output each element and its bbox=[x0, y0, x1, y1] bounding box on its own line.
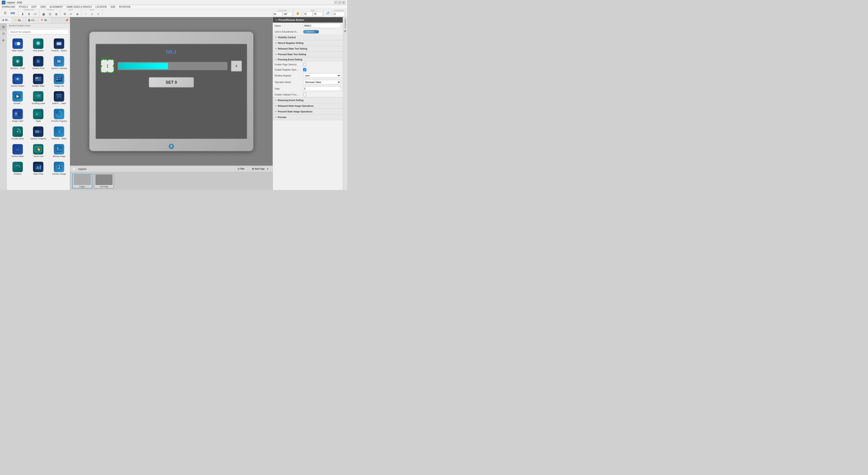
menu-edit[interactable]: EDIT bbox=[31, 6, 37, 8]
edge-tab-iot[interactable]: ⊡ bbox=[0, 30, 7, 37]
page-thumb-page1[interactable]: Page1 bbox=[72, 174, 92, 188]
widget-item-16[interactable]: Generic Progress bbox=[29, 125, 49, 142]
widget-item-21[interactable]: Rotation bbox=[8, 160, 28, 177]
section-pressing-event-header[interactable]: — Pressing Event Setting bbox=[273, 57, 343, 62]
menu-zoom[interactable]: 100% bbox=[40, 6, 46, 8]
plus-button[interactable]: + bbox=[231, 61, 242, 71]
selection-handle-tm[interactable] bbox=[107, 59, 108, 61]
menu-xtools[interactable]: XTOOLS bbox=[19, 6, 28, 8]
toolbar-link-btn[interactable]: 🔗 bbox=[325, 10, 331, 16]
enable-callback-checkbox[interactable] bbox=[303, 93, 306, 96]
sidebar-tab-wi[interactable]: 📍 Wi... bbox=[38, 17, 51, 23]
widget-item-8[interactable]: Image List bbox=[49, 72, 69, 89]
selection-handle-lm[interactable] bbox=[101, 65, 102, 67]
widget-item-20[interactable]: Bitmap Image bbox=[49, 143, 69, 159]
section-preview-header[interactable]: ＋ Preview bbox=[273, 115, 343, 120]
selection-handle-tl[interactable] bbox=[101, 59, 102, 61]
widget-item-1[interactable]: Click Button bbox=[29, 37, 49, 54]
enable-page-selector-checkbox[interactable] bbox=[303, 63, 306, 66]
selection-handle-bm[interactable] bbox=[107, 71, 108, 73]
toolbar-y-input[interactable] bbox=[283, 12, 292, 16]
toolbar-download-btn[interactable]: ⬇ bbox=[20, 11, 26, 17]
properties-adjust-icon[interactable]: ⚙ bbox=[344, 30, 346, 33]
set-button[interactable]: SET 0 bbox=[149, 77, 194, 88]
section-releasing-event-header[interactable]: ＋ Releasing Event Setting bbox=[273, 97, 343, 103]
toolbar-x-input[interactable] bbox=[273, 12, 282, 16]
maximize-button[interactable]: □ bbox=[338, 1, 341, 4]
edge-tab-system[interactable]: ⚙ bbox=[0, 37, 7, 44]
section-stencil-header[interactable]: ＋ Stencil Negative Setting bbox=[273, 40, 343, 46]
minimize-button[interactable]: ─ bbox=[334, 1, 337, 4]
filter-button[interactable]: ⊡ Filter bbox=[235, 167, 247, 171]
toolbar-xtools-3-btn[interactable]: ⊞ bbox=[53, 11, 59, 17]
section-visibility-header[interactable]: ＋ Visibility Control bbox=[273, 35, 343, 40]
toolbar-w-input[interactable] bbox=[303, 12, 313, 16]
widget-item-6[interactable]: Generic Button bbox=[8, 72, 28, 89]
menu-rotation[interactable]: ROTATION bbox=[119, 6, 130, 8]
sidebar-tab-cli[interactable]: 🖼 Cli... bbox=[26, 17, 38, 23]
toolbar-h-input[interactable] bbox=[313, 12, 322, 16]
search-input[interactable] bbox=[8, 29, 68, 35]
widget-item-13[interactable]: 8Digits bbox=[29, 107, 49, 124]
selection-handle-rm[interactable] bbox=[113, 65, 114, 67]
toolbar-rotation-input[interactable] bbox=[333, 12, 345, 16]
widget-item-3[interactable]: Moment... Push bbox=[8, 55, 28, 71]
widget-item-17[interactable]: Horizont... Slider bbox=[49, 125, 69, 142]
widget-item-5[interactable]: Generic Latching bbox=[49, 55, 69, 71]
edge-tab-standard[interactable]: ⊞ bbox=[0, 24, 7, 30]
toolbar-paste-btn[interactable]: ⊕ bbox=[74, 11, 80, 17]
widget-item-12[interactable]: Image Label bbox=[8, 107, 28, 124]
toolbar-cut-btn[interactable]: ✂ bbox=[68, 11, 74, 17]
menu-size[interactable]: SIZE bbox=[110, 6, 115, 8]
widget-item-15[interactable]: Circular Meter bbox=[8, 125, 28, 142]
toolbar-upload-btn[interactable]: ⬆ bbox=[26, 11, 32, 17]
toolbar-code-btn[interactable]: </> bbox=[32, 11, 38, 17]
selected-widget[interactable]: 75 X 75 ⤡ bbox=[101, 59, 114, 72]
menu-location[interactable]: LOCATION bbox=[95, 6, 107, 8]
section-pressed-image-header[interactable]: ＋ Pressed State Image Operations bbox=[273, 109, 343, 114]
data-input[interactable] bbox=[303, 86, 341, 91]
toolbar-lock-btn[interactable]: 🔒 bbox=[295, 10, 301, 16]
widget-item-14[interactable]: Circular Progress bbox=[49, 107, 69, 124]
toolbar-xtools-1-btn[interactable]: ▦ bbox=[41, 11, 46, 17]
section-pressed-text-header[interactable]: ＋ Pressed State Text Setting bbox=[273, 52, 343, 57]
widget-item-11[interactable]: 12:34Date/Ti... Label bbox=[49, 90, 69, 106]
sidebar-tab-my[interactable]: 📁 My ... bbox=[12, 17, 26, 23]
name-input[interactable] bbox=[303, 24, 341, 28]
selection-handle-tr[interactable] bbox=[113, 59, 114, 61]
toolbar-xtools-2-btn[interactable]: ⊡ bbox=[47, 11, 53, 17]
device-screen[interactable]: IVL1 75 X 75 ⤡ bbox=[96, 44, 247, 139]
connect-button[interactable]: Connect... bbox=[303, 30, 319, 33]
selection-handle-br[interactable] bbox=[113, 71, 114, 73]
toolbar-zoom-out-btn[interactable]: － bbox=[83, 11, 89, 17]
menu-alignment[interactable]: ALIGNMENT bbox=[50, 6, 63, 8]
add-page-button[interactable]: ➕ Add Page... ▾ bbox=[250, 167, 270, 171]
canvas-area[interactable]: IVL1 75 X 75 ⤡ bbox=[70, 17, 273, 190]
widget-item-4[interactable]: Generic Push bbox=[29, 55, 49, 71]
widget-item-2[interactable]: Press/R... Button bbox=[49, 37, 69, 54]
menu-same-sizes[interactable]: SAME SIZES & SPACES bbox=[66, 6, 92, 8]
menu-download[interactable]: DOWNLOAD bbox=[2, 6, 15, 8]
widget-item-10[interactable]: TScrolling Label bbox=[29, 90, 49, 106]
widget-item-0[interactable]: Slider Switch bbox=[8, 37, 28, 54]
widget-item-23[interactable]: Generic Gauge bbox=[49, 160, 69, 177]
section-released-text-header[interactable]: ＋ Released State Text Setting bbox=[273, 46, 343, 51]
selection-handle-bl[interactable] bbox=[101, 71, 102, 73]
sidebar-tab-widgets[interactable]: ⊞ Wi... bbox=[0, 17, 12, 23]
toolbar-zoom-in-btn[interactable]: ＋ bbox=[95, 11, 101, 17]
binding-register-select[interactable]: num bbox=[303, 73, 341, 78]
menu-hamburger-button[interactable]: ☰ bbox=[2, 10, 8, 16]
toolbar-copy-btn[interactable]: ⧉ bbox=[62, 11, 68, 17]
section-released-image-header[interactable]: ＋ Released State Image Operations bbox=[273, 103, 343, 109]
enable-register-checkbox[interactable] bbox=[303, 68, 306, 71]
widget-item-9[interactable]: Animati... bbox=[8, 90, 28, 106]
widget-item-22[interactable]: Data Chart bbox=[29, 160, 49, 177]
sidebar-pin-btn[interactable]: 📌 bbox=[64, 17, 70, 23]
widget-item-7[interactable]: Multiple State bbox=[29, 72, 49, 89]
register-tab-label[interactable]: register bbox=[78, 168, 87, 170]
widget-item-18[interactable]: Vertical Slider bbox=[8, 143, 28, 159]
widget-item-19[interactable]: 👆Touch Area bbox=[29, 143, 49, 159]
close-button[interactable]: ✕ bbox=[342, 1, 345, 4]
toolbar-zoom-fit-btn[interactable]: ⤢ bbox=[89, 11, 95, 17]
operation-mode-select[interactable]: Decrease Value Increase Value Set Value bbox=[303, 80, 341, 84]
